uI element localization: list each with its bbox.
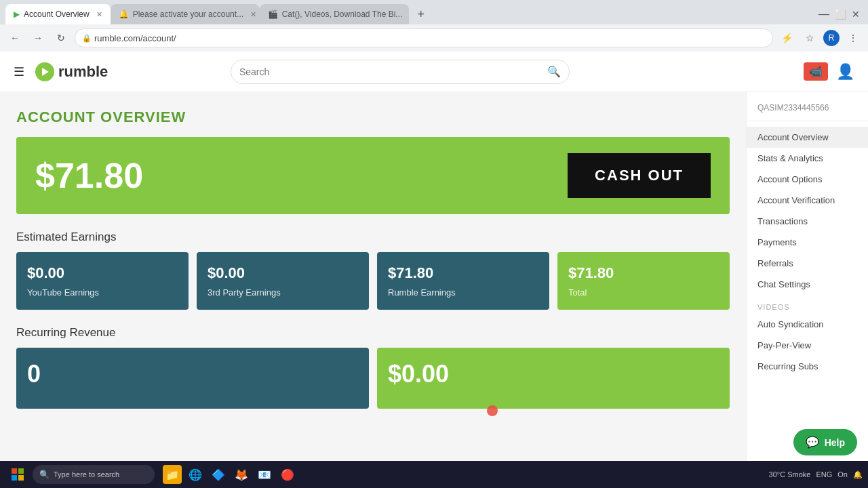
tab-account-overview[interactable]: ▶ Account Overview ✕	[5, 4, 111, 24]
main-area: ACCOUNT OVERVIEW $71.80 CASH OUT Estimat…	[0, 92, 746, 477]
recurring-grid: 0 $0.00	[16, 348, 730, 409]
rumble-earnings-amount: $71.80	[388, 264, 538, 282]
sidebar-videos-section-label: VIDEOS	[747, 295, 868, 314]
logo-icon	[35, 62, 54, 81]
minimize-button[interactable]: —	[818, 8, 829, 20]
third-party-earnings-amount: $0.00	[208, 264, 358, 282]
sidebar-item-payments[interactable]: Payments	[747, 232, 868, 253]
tab-close-1[interactable]: ✕	[96, 10, 102, 19]
svg-rect-2	[18, 468, 24, 474]
logo[interactable]: rumble	[35, 62, 108, 81]
sidebar-item-pay-per-view[interactable]: Pay-Per-View	[747, 335, 868, 356]
youtube-earnings-card: $0.00 YouTube Earnings	[16, 252, 189, 310]
total-earnings-card: $71.80 Total	[557, 252, 730, 310]
forward-button[interactable]: →	[28, 28, 47, 47]
browser-nav: ← → ↻ 🔒 rumble.com/account/ ⚡ ☆ R ⋮	[0, 24, 868, 52]
reload-button[interactable]: ↻	[52, 28, 71, 47]
video-upload-button[interactable]: 📹	[804, 62, 828, 81]
balance-amount: $71.80	[35, 155, 143, 196]
taskbar: 🔍 Type here to search 📁 🌐 🔷 🦊 📧 🔴 30°C S…	[0, 461, 868, 488]
svg-rect-1	[12, 468, 17, 474]
sidebar-item-account-overview[interactable]: Account Overview	[747, 127, 868, 148]
sidebar-user-id: QASIM2334445566	[747, 103, 868, 121]
browser-frame: ▶ Account Overview ✕ 🔔 Please activate y…	[0, 0, 868, 52]
youtube-earnings-amount: $0.00	[27, 264, 178, 282]
third-party-earnings-card: $0.00 3rd Party Earnings	[197, 252, 369, 310]
taskbar-chrome[interactable]: 🌐	[186, 465, 205, 484]
clock: On	[837, 470, 848, 479]
estimated-earnings-title: Estimated Earnings	[16, 230, 730, 244]
search-icon[interactable]: 🔍	[547, 65, 561, 78]
start-button[interactable]	[5, 464, 30, 485]
taskbar-app2[interactable]: 🔴	[278, 465, 297, 484]
svg-rect-3	[12, 475, 17, 481]
bookmark-button[interactable]: ☆	[800, 28, 819, 47]
sidebar-item-account-options[interactable]: Account Options	[747, 169, 868, 190]
settings-button[interactable]: ⋮	[844, 28, 863, 47]
extensions-button[interactable]: ⚡	[777, 28, 796, 47]
tab-cat-videos[interactable]: 🎬 Cat(), Videos, Download The Bi... ✕	[260, 4, 409, 24]
tab-bar: ▶ Account Overview ✕ 🔔 Please activate y…	[0, 0, 868, 24]
help-button[interactable]: 💬 Help	[793, 429, 857, 455]
third-party-earnings-label: 3rd Party Earnings	[208, 287, 358, 298]
sidebar-item-auto-syndication[interactable]: Auto Syndication	[747, 314, 868, 335]
svg-marker-0	[42, 68, 49, 76]
notification-icon[interactable]: 🔔	[853, 470, 863, 479]
recurring-subs-amount: 0	[27, 360, 358, 388]
chat-icon: 💬	[806, 436, 819, 449]
page-title: ACCOUNT OVERVIEW	[16, 108, 730, 126]
taskbar-search[interactable]: 🔍 Type here to search	[33, 465, 155, 484]
balance-card: $71.80 CASH OUT	[16, 137, 730, 214]
system-info: 30°C Smoke	[769, 470, 811, 479]
browser-nav-icons: ⚡ ☆ R ⋮	[777, 28, 863, 47]
logo-text: rumble	[58, 63, 108, 81]
earnings-grid: $0.00 YouTube Earnings $0.00 3rd Party E…	[16, 252, 730, 310]
taskbar-app1[interactable]: 📧	[255, 465, 274, 484]
close-button[interactable]: ✕	[852, 9, 860, 20]
taskbar-edge[interactable]: 🔷	[209, 465, 228, 484]
taskbar-right: 30°C Smoke ENG On 🔔	[769, 470, 863, 479]
sidebar-item-chat-settings[interactable]: Chat Settings	[747, 274, 868, 295]
address-bar[interactable]: 🔒 rumble.com/account/	[75, 28, 773, 47]
header-actions: 📹 👤	[804, 62, 854, 81]
recurring-subs-card: 0	[16, 348, 369, 409]
sidebar-item-referrals[interactable]: Referrals	[747, 253, 868, 274]
app-header: ☰ rumble 🔍 📹 👤	[0, 52, 868, 92]
user-profile-button[interactable]: 👤	[836, 63, 854, 81]
taskbar-file-explorer[interactable]: 📁	[163, 465, 182, 484]
recurring-revenue-amount: $0.00	[388, 360, 719, 388]
tab-close-2[interactable]: ✕	[250, 10, 256, 19]
svg-rect-4	[18, 475, 24, 481]
taskbar-search-icon: 🔍	[39, 470, 50, 479]
total-earnings-amount: $71.80	[568, 264, 719, 282]
sidebar-item-account-verification[interactable]: Account Verification	[747, 190, 868, 211]
youtube-earnings-label: YouTube Earnings	[27, 287, 178, 298]
taskbar-search-text: Type here to search	[54, 470, 119, 479]
sidebar-item-stats-analytics[interactable]: Stats & Analytics	[747, 148, 868, 169]
rumble-earnings-label: Rumble Earnings	[388, 287, 538, 298]
taskbar-firefox[interactable]: 🦊	[232, 465, 251, 484]
new-tab-button[interactable]: +	[412, 5, 431, 24]
sidebar: QASIM2334445566 Account Overview Stats &…	[746, 92, 868, 477]
restore-button[interactable]: ⬜	[835, 9, 846, 20]
cash-out-button[interactable]: CASH OUT	[568, 153, 711, 198]
taskbar-icons: 📁 🌐 🔷 🦊 📧 🔴	[163, 465, 297, 484]
profile-button[interactable]: R	[823, 30, 840, 46]
recurring-revenue-card: $0.00	[377, 348, 730, 409]
search-input[interactable]	[239, 66, 542, 77]
recurring-revenue-title: Recurring Revenue	[16, 326, 730, 340]
total-earnings-label: Total	[568, 287, 719, 298]
language-indicator: ENG	[816, 470, 832, 479]
sidebar-item-recurring-subs[interactable]: Recurring Subs	[747, 356, 868, 377]
sidebar-item-transactions[interactable]: Transactions	[747, 211, 868, 232]
rumble-earnings-card: $71.80 Rumble Earnings	[377, 252, 549, 310]
search-bar-container: 🔍	[231, 60, 570, 84]
back-button[interactable]: ←	[5, 28, 24, 47]
tab-activate-account[interactable]: 🔔 Please activate your account... ✕	[111, 4, 260, 24]
menu-button[interactable]: ☰	[14, 64, 24, 79]
page-content: ACCOUNT OVERVIEW $71.80 CASH OUT Estimat…	[0, 92, 868, 477]
